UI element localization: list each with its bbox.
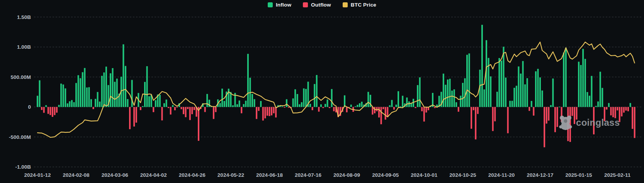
svg-text:2024-07-16: 2024-07-16 (295, 172, 322, 178)
svg-text:2024-03-06: 2024-03-06 (102, 172, 129, 178)
btc-price-swatch-icon (343, 2, 348, 7)
svg-text:1.50B: 1.50B (17, 14, 31, 20)
inflow-swatch-icon (268, 2, 273, 7)
legend-label-outflow: Outflow (311, 2, 331, 8)
svg-text:2024-10-25: 2024-10-25 (449, 172, 476, 178)
plot-area[interactable]: 1.50B1.00B500.00M0-500.00M-1.00B2024-01-… (0, 0, 644, 183)
chart-legend: Inflow Outflow BTC Price (0, 1, 644, 9)
svg-text:2024-04-02: 2024-04-02 (140, 172, 167, 178)
svg-text:2024-04-26: 2024-04-26 (179, 172, 206, 178)
svg-text:2024-11-20: 2024-11-20 (488, 172, 515, 178)
x-axis-labels: 2024-01-122024-02-082024-03-062024-04-02… (24, 172, 630, 178)
svg-text:2025-01-15: 2025-01-15 (566, 172, 593, 178)
svg-text:2024-05-22: 2024-05-22 (217, 172, 244, 178)
svg-text:2024-12-17: 2024-12-17 (527, 172, 553, 178)
btc-etf-flow-chart: Inflow Outflow BTC Price 1.50B1.00B500.0… (0, 0, 644, 183)
svg-text:2024-08-09: 2024-08-09 (333, 172, 360, 178)
legend-item-btc-price[interactable]: BTC Price (343, 2, 376, 8)
svg-text:500.00M: 500.00M (10, 74, 31, 80)
coinglass-watermark: coinglass (558, 115, 620, 131)
legend-label-btc-price: BTC Price (351, 2, 376, 8)
svg-text:2024-02-08: 2024-02-08 (63, 172, 90, 178)
svg-text:2024-06-18: 2024-06-18 (256, 172, 283, 178)
svg-text:2024-09-05: 2024-09-05 (372, 172, 399, 178)
outflow-swatch-icon (303, 2, 308, 7)
y-axis-labels: 1.50B1.00B500.00M0-500.00M-1.00B (9, 14, 31, 170)
svg-text:-1.00B: -1.00B (15, 164, 31, 170)
svg-text:1.00B: 1.00B (17, 44, 31, 50)
svg-text:0: 0 (28, 104, 31, 110)
coinglass-bear-icon (558, 115, 573, 131)
legend-item-outflow[interactable]: Outflow (303, 2, 331, 8)
legend-item-inflow[interactable]: Inflow (268, 2, 291, 8)
flow-bars (37, 25, 636, 147)
svg-text:2024-10-01: 2024-10-01 (411, 172, 438, 178)
svg-text:2025-02-11: 2025-02-11 (604, 172, 631, 178)
coinglass-wordmark: coinglass (576, 117, 620, 128)
legend-label-inflow: Inflow (276, 2, 291, 8)
svg-text:-500.00M: -500.00M (9, 134, 31, 140)
svg-text:2024-01-12: 2024-01-12 (24, 172, 51, 178)
